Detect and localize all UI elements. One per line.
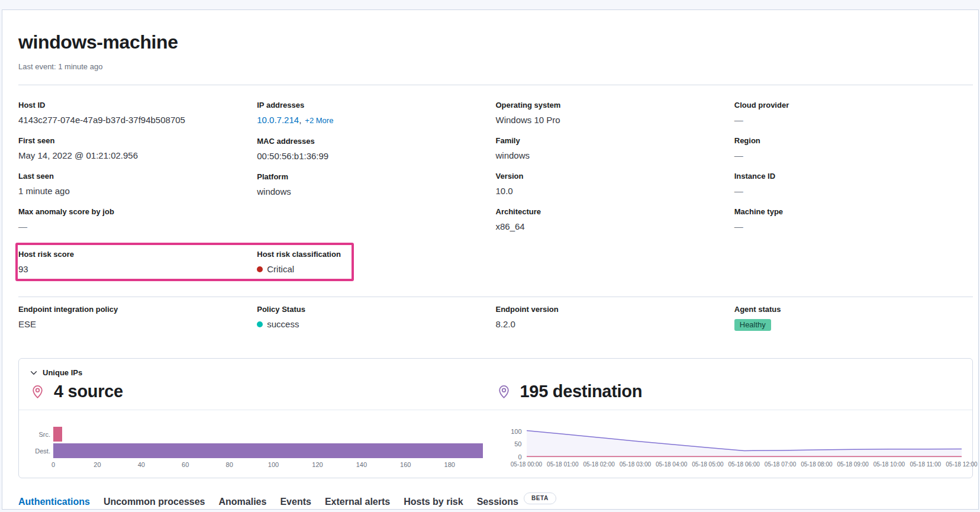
field-value: x86_64	[496, 220, 734, 233]
host-overview-grid: Host ID 4143c277-074e-47a9-b37d-37f94b50…	[18, 101, 973, 243]
x-tick-label: 05-18 09:00	[837, 461, 868, 468]
field-platform: Platform windows	[257, 172, 495, 198]
x-tick-label: 05-18 03:00	[620, 461, 651, 468]
field-value: 8.2.0	[496, 318, 734, 330]
field-machine-type: Machine type —	[734, 207, 973, 233]
success-dot-icon	[257, 321, 263, 327]
source-ips-stat: 4 source	[30, 382, 496, 401]
x-tick-label: 05-18 06:00	[728, 461, 760, 468]
x-tick-label: 180	[444, 461, 455, 468]
host-detail-tabs: Authentications Uncommon processes Anoma…	[18, 496, 973, 510]
field-region: Region —	[734, 136, 973, 162]
ip-line-chart-plot	[527, 427, 962, 458]
ip-bar-chart-xaxis: 020406080100120140160180	[53, 460, 483, 469]
field-ip-addresses: IP addresses 10.0.7.214,+2 More	[257, 101, 495, 127]
field-value: 4143c277-074e-47a9-b37d-37f94b508705	[18, 114, 257, 126]
field-value: 10.0.7.214,+2 More	[257, 114, 495, 127]
field-value: —	[18, 220, 257, 233]
tab-label: Hosts by risk	[404, 497, 463, 507]
tab-anomalies[interactable]: Anomalies	[219, 497, 267, 510]
x-tick-label: 0	[51, 461, 55, 468]
tab-external-alerts[interactable]: External alerts	[325, 497, 390, 510]
x-tick-label: 120	[312, 461, 323, 468]
map-pin-icon	[30, 384, 46, 400]
x-tick-label: 05-18 00:00	[511, 461, 542, 468]
overview-column-3: Operating system Windows 10 Pro Family w…	[496, 101, 734, 243]
field-label: Policy Status	[257, 305, 495, 314]
field-label: Host risk score	[18, 250, 257, 259]
field-last-seen: Last seen 1 minute ago	[18, 172, 257, 197]
ip-line-chart-svg	[527, 427, 962, 457]
field-label: IP addresses	[257, 101, 495, 110]
y-tick-label: 0	[518, 453, 521, 461]
tab-hosts-by-risk[interactable]: Hosts by risk	[404, 497, 463, 510]
field-label: Max anomaly score by job	[18, 207, 257, 217]
tab-authentications[interactable]: Authentications	[18, 497, 90, 510]
field-value: Critical	[257, 263, 495, 275]
field-label: Cloud provider	[734, 101, 973, 110]
field-label: Agent status	[734, 305, 973, 314]
field-label: Endpoint integration policy	[18, 305, 257, 314]
field-value: 93	[18, 263, 257, 275]
field-value: success	[257, 318, 495, 330]
field-first-seen: First seen May 14, 2022 @ 01:21:02.956	[18, 136, 257, 162]
beta-badge: BETA	[524, 492, 556, 504]
ip-line-chart-xaxis: 05-18 00:0005-18 01:0005-18 02:0005-18 0…	[527, 461, 962, 469]
field-label: MAC addresses	[257, 137, 495, 146]
field-value: windows	[496, 149, 734, 162]
tab-events[interactable]: Events	[280, 497, 311, 510]
x-tick-label: 80	[226, 461, 233, 468]
ip-more-link[interactable]: +2 More	[305, 116, 333, 125]
bar-src	[53, 427, 62, 442]
header-divider	[18, 85, 973, 85]
ip-address-link[interactable]: 10.0.7.214	[257, 115, 299, 125]
x-tick-label: 20	[94, 461, 101, 468]
field-label: First seen	[18, 136, 257, 146]
tab-sessions[interactable]: SessionsBETA	[477, 496, 556, 510]
field-label: Endpoint version	[496, 305, 734, 314]
field-value: —	[734, 114, 973, 126]
tab-label: Events	[280, 497, 311, 507]
host-details-page: windows-machine Last event: 1 minute ago…	[2, 9, 979, 510]
x-tick-label: 05-18 02:00	[583, 461, 614, 468]
field-value: 00:50:56:b1:36:99	[257, 150, 495, 162]
x-tick-label: 05-18 08:00	[801, 461, 832, 468]
x-tick-label: 05-18 11:00	[910, 461, 941, 468]
field-host-id: Host ID 4143c277-074e-47a9-b37d-37f94b50…	[18, 101, 257, 126]
field-label: Host risk classification	[257, 250, 495, 259]
field-value: Healthy	[734, 318, 973, 331]
unique-ips-collapse-toggle[interactable]: Unique IPs	[30, 368, 962, 377]
x-tick-label: 100	[268, 461, 279, 468]
field-label: Version	[496, 172, 734, 181]
field-architecture: Architecture x86_64	[496, 207, 734, 233]
unique-ips-stats: 4 source 195 destination	[30, 382, 962, 401]
field-host-risk-score: Host risk score 93	[18, 250, 257, 275]
field-version: Version 10.0	[496, 172, 734, 197]
field-value: —	[734, 220, 973, 233]
x-tick-label: 140	[356, 461, 367, 468]
field-label: Family	[496, 136, 734, 146]
overview-column-1: Host ID 4143c277-074e-47a9-b37d-37f94b50…	[18, 101, 257, 243]
tab-label: Anomalies	[219, 497, 267, 507]
field-instance-id: Instance ID —	[734, 172, 973, 197]
field-value: Windows 10 Pro	[496, 114, 734, 126]
ip-line-chart-yaxis: 050100	[509, 427, 527, 458]
x-tick-label: 05-18 10:00	[873, 461, 905, 468]
panel-divider	[19, 410, 972, 410]
tab-uncommon-processes[interactable]: Uncommon processes	[104, 497, 205, 510]
x-tick-label: 05-18 04:00	[656, 461, 687, 468]
field-value: —	[734, 149, 973, 162]
risk-classification-text: Critical	[267, 264, 294, 274]
bar-dest	[53, 443, 483, 458]
field-label: Machine type	[734, 207, 973, 217]
tab-label: Uncommon processes	[104, 497, 205, 507]
x-tick-label: 160	[400, 461, 411, 468]
risk-divider	[18, 297, 973, 297]
tab-label: External alerts	[325, 497, 390, 507]
tab-label: Sessions	[477, 497, 518, 507]
tab-label: Authentications	[18, 497, 90, 507]
source-count-text: 4 source	[54, 382, 123, 401]
x-tick-label: 05-18 07:00	[765, 461, 796, 468]
x-tick-label: 05-18 01:00	[547, 461, 578, 468]
field-family: Family windows	[496, 136, 734, 162]
